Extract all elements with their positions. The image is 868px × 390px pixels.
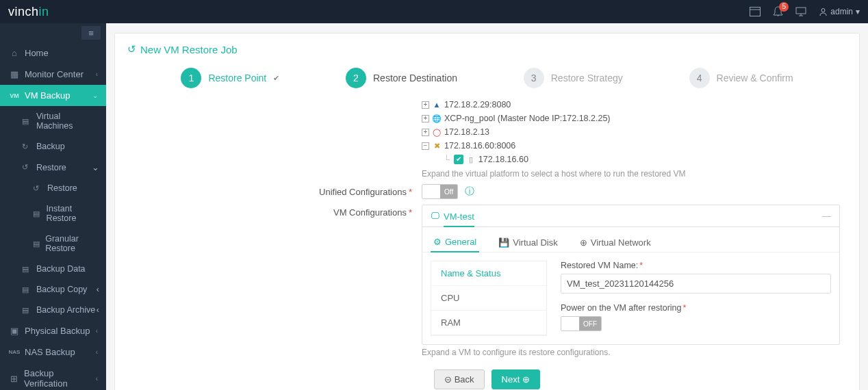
vm-panel-header: 🖵 VM-test — [422,205,839,227]
host-tree-row: + ▲ 172.18.2.29:8080 + 🌐 XCP-ng_pool (Ma… [127,98,847,179]
step-label: Review & Confirm [717,73,793,83]
sidebar-item-label: Granular Restore [45,234,99,253]
step-label: Restore Point [208,73,266,83]
user-menu[interactable]: admin ▾ [819,7,860,16]
svg-point-5 [821,8,825,12]
checked-icon[interactable]: ✔ [454,155,463,164]
toggle-label: OFF [579,317,601,330]
sidebar-item-label: Backup Data [36,264,86,274]
tree-connector: └ [444,153,450,166]
brand-logo: vinchin [8,5,49,19]
sidebar-item-label: Restore [47,183,77,193]
tree-node-label: 172.18.2.13 [444,125,489,139]
step-label: Restore Destination [373,73,457,83]
sidebar-item-vm-backup[interactable]: VM VM Backup ⌄ [0,85,106,106]
wizard-card: ↺ New VM Restore Job 1 Restore Point ✔ 2… [114,33,860,390]
side-tab-ram[interactable]: RAM [431,311,546,335]
tab-general[interactable]: ⚙ General [431,233,479,252]
tab-label: General [445,237,476,247]
sidebar-sub-restore-restore[interactable]: ↺ Restore [0,178,106,198]
expand-icon[interactable]: + [422,101,429,109]
sidebar-sub-instant-restore[interactable]: ▤ Instant Restore [0,198,106,229]
chevron-left-icon: ‹ [96,327,98,335]
sidebar-item-home[interactable]: ⌂ Home [0,42,106,64]
network-icon: ⊕ [580,237,587,248]
sliders-icon: ⚙ [433,237,442,247]
step-label: Restore Strategy [551,73,623,83]
step-number: 3 [524,68,544,88]
tab-label: Virtual Network [591,237,651,248]
vm-config-help-text: Expand a VM to configure its restore con… [422,348,840,357]
next-button[interactable]: Next ⊕ [492,369,541,389]
sidebar-sub-backup-copy[interactable]: ▤ Backup Copy ‹ [0,279,106,300]
back-button[interactable]: ⊝ Back [434,369,485,389]
tree-node[interactable]: + ◯ 172.18.2.13 [422,125,840,139]
sidebar-item-nas-backup[interactable]: NAS NAS Backup ‹ [0,341,106,363]
restored-vm-name-input[interactable] [561,274,831,294]
user-name: admin [830,7,853,16]
window-icon[interactable] [750,7,761,16]
sidebar-item-label: NAS Backup [25,347,75,357]
vm-name-link[interactable]: VM-test [444,211,474,227]
disk-icon: 💾 [498,237,509,248]
main-content: ↺ New VM Restore Job 1 Restore Point ✔ 2… [106,23,868,390]
notifications-icon[interactable]: 5 [773,6,783,17]
step-restore-destination[interactable]: 2 Restore Destination [346,68,457,88]
sidebar-item-backup-verification[interactable]: ⊞ Backup Verification ‹ [0,363,106,390]
restored-vm-name-label: Restored VM Name:* [561,261,831,270]
sidebar-sub-backup-data[interactable]: ▤ Backup Data [0,259,106,279]
tree-leaf-host[interactable]: └ ✔ ▯ 172.18.16.60 [444,153,840,166]
side-tab-cpu[interactable]: CPU [431,286,546,311]
sidebar-item-label: Backup Copy [36,285,87,294]
sidebar-sub-virtual-machines[interactable]: ▤ Virtual Machines [0,106,106,136]
sidebar-item-label: Home [25,48,49,58]
sidebar-sub-backup-archive[interactable]: ▤ Backup Archive ‹ [0,300,106,320]
tree-node[interactable]: + 🌐 XCP-ng_pool (Master Node IP:172.18.2… [422,112,840,125]
tree-node[interactable]: + ▲ 172.18.2.29:8080 [422,98,840,112]
collapse-icon[interactable]: − [422,142,429,150]
svg-rect-0 [750,8,761,16]
sidebar-sub-restore[interactable]: ↺ Restore ⌄ [0,157,106,178]
chevron-left-icon: ‹ [96,348,98,356]
backup-data-icon: ▤ [22,265,33,274]
step-restore-strategy[interactable]: 3 Restore Strategy [524,68,623,88]
tab-virtual-network[interactable]: ⊕ Virtual Network [577,233,654,252]
sidebar-collapse-button[interactable]: ≡ [81,26,101,40]
power-on-toggle[interactable]: OFF [561,316,602,331]
tree-node-label: XCP-ng_pool (Master Node IP:172.18.2.25) [444,112,611,125]
chevron-left-icon: ‹ [96,375,98,382]
tree-node-label: 172.18.16.60 [478,153,528,166]
sidebar-item-physical-backup[interactable]: ▣ Physical Backup ‹ [0,320,106,341]
sidebar-sub-backup[interactable]: ↻ Backup [0,136,106,157]
step-number: 1 [181,68,201,88]
tab-virtual-disk[interactable]: 💾 Virtual Disk [496,233,561,252]
sidebar: ≡ ⌂ Home ▦ Monitor Center ‹ VM VM Backup… [0,23,106,390]
backup-icon: ↻ [22,142,33,151]
chevron-down-icon: ⌄ [92,162,99,172]
expand-icon[interactable]: + [422,129,429,136]
info-icon[interactable]: ⓘ [465,185,474,198]
sidebar-toggle-row: ≡ [0,23,106,42]
tree-node-label: 172.18.2.29:8080 [444,98,511,112]
monitor-center-icon: ▦ [8,69,21,79]
expand-icon[interactable]: + [422,115,429,122]
backup-archive-icon: ▤ [22,306,33,315]
page-title-text: New VM Restore Job [140,44,238,55]
collapse-icon[interactable]: — [822,211,831,221]
sidebar-item-label: Virtual Machines [36,112,99,131]
vm-general-fields: Restored VM Name:* Power on the VM after… [561,261,831,336]
tree-node[interactable]: − ✖ 172.18.16.60:8006 [422,139,840,153]
monitor-icon[interactable] [795,7,806,16]
sidebar-item-monitor[interactable]: ▦ Monitor Center ‹ [0,64,106,85]
unified-config-toggle[interactable]: Off [422,184,458,199]
side-tab-name-status[interactable]: Name & Status [431,261,546,286]
topbar: vinchin 5 admin ▾ [0,0,868,23]
step-review-confirm[interactable]: 4 Review & Confirm [689,68,793,88]
step-restore-point[interactable]: 1 Restore Point ✔ [181,68,279,88]
sidebar-item-label: Physical Backup [25,326,90,336]
vm-tabs: ⚙ General 💾 Virtual Disk ⊕ Virtual Netwo… [422,227,839,252]
sidebar-sub-granular-restore[interactable]: ▤ Granular Restore [0,229,106,259]
notif-badge: 5 [779,2,789,12]
vm-config-row: VM Configurations* 🖵 VM-test — ⚙ General [127,205,847,357]
physical-backup-icon: ▣ [8,326,21,336]
